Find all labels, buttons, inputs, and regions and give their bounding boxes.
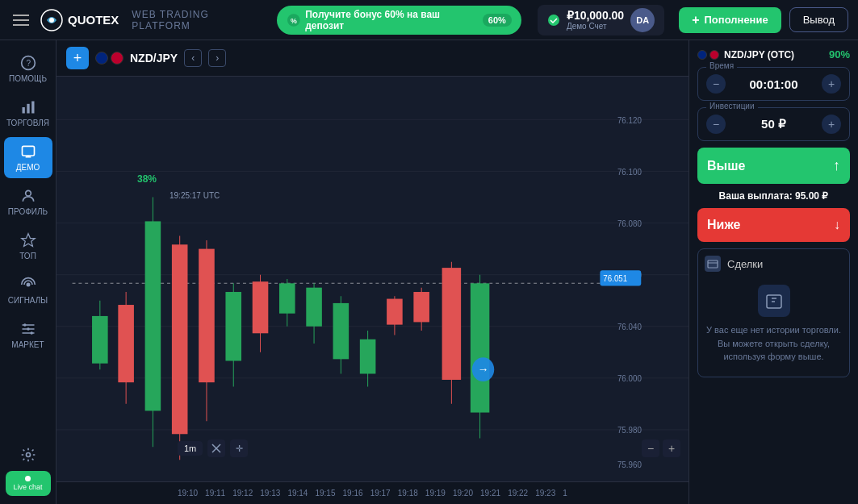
crosshair-tool-button[interactable]: ✛ (230, 439, 248, 457)
deals-section: Сделки У вас еще нет истории торговли. В… (697, 248, 850, 377)
svg-rect-60 (442, 268, 461, 380)
time-value: 00:01:00 (749, 77, 797, 91)
right-panel: NZD/JPY (OTC) 90% Время − 00:01:00 + Инв… (688, 40, 858, 504)
down-arrow-icon: ↓ (834, 218, 840, 232)
svg-rect-50 (306, 288, 322, 327)
svg-text:?: ? (26, 59, 31, 68)
chart-pair-name: NZD/JPY (130, 52, 178, 65)
svg-rect-42 (199, 249, 215, 383)
avatar[interactable]: DA (630, 8, 655, 32)
chart-prev-button[interactable]: ‹ (184, 49, 202, 67)
svg-text:76.000: 76.000 (617, 374, 642, 383)
settings-button[interactable] (19, 445, 38, 464)
timeframe-badge[interactable]: 1m (178, 441, 203, 456)
top-icon (20, 232, 36, 248)
trade-up-button[interactable]: Выше ↑ (697, 148, 850, 184)
zoom-in-button[interactable]: + (663, 439, 680, 457)
chart-body[interactable]: 38% 19:25:17 UTC 76.120 76.100 76.080 76… (57, 77, 688, 481)
help-icon: ? (20, 55, 36, 71)
svg-rect-56 (387, 299, 403, 325)
time-decrease-button[interactable]: − (706, 74, 726, 94)
draw-tool-button[interactable] (207, 439, 225, 457)
sidebar-item-trading[interactable]: ТОРГОВЛЯ (4, 93, 52, 134)
sidebar-item-market[interactable]: МАРКЕТ (4, 314, 52, 356)
pair-header-left: NZD/JPY (OTC) (697, 49, 794, 60)
chart-toolbar: 1m ✛ (178, 439, 248, 457)
invest-increase-button[interactable]: + (822, 115, 841, 134)
add-chart-button[interactable]: + (66, 47, 89, 69)
menu-button[interactable] (10, 11, 32, 29)
svg-text:76.100: 76.100 (617, 167, 642, 176)
svg-rect-36 (118, 305, 134, 382)
bonus-badge[interactable]: % Получите бонус 60% на ваш депозит 60% (277, 6, 521, 35)
deals-empty-icon (758, 285, 790, 317)
deals-header: Сделки (705, 256, 843, 272)
bonus-text: Получите бонус 60% на ваш депозит (305, 9, 478, 31)
trading-icon (20, 99, 36, 115)
invest-field-row: − 50 ₽ + (706, 115, 841, 134)
live-chat-button[interactable]: Live chat (6, 471, 51, 496)
sidebar-item-profile[interactable]: ПРОФИЛЬ (4, 181, 52, 223)
sidebar: ? ПОМОЩЬ ТОРГОВЛЯ ДЕМО (0, 40, 57, 504)
svg-rect-46 (253, 281, 269, 333)
svg-rect-44 (225, 292, 241, 360)
deposit-button[interactable]: + Пополнение (679, 7, 781, 33)
deals-icon (705, 256, 721, 272)
chart-header: + NZD/JPY ‹ › (57, 40, 688, 77)
sidebar-item-top[interactable]: ТОП (4, 226, 52, 267)
invest-field: Инвестиции − 50 ₽ + (697, 107, 850, 141)
signals-icon (20, 277, 36, 293)
time-increase-button[interactable]: + (822, 74, 841, 94)
svg-rect-8 (27, 104, 29, 114)
pair-name-right: NZD/JPY (OTC) (724, 49, 794, 60)
logo: QUOTEX (40, 9, 119, 31)
svg-rect-10 (22, 146, 34, 156)
logo-text: QUOTEX (68, 13, 119, 27)
chart-container: + NZD/JPY ‹ › 38% 19:25:17 UTC (57, 40, 688, 504)
chart-svg: 76.120 76.100 76.080 76.060 76.040 76.00… (57, 77, 688, 481)
main-layout: ? ПОМОЩЬ ТОРГОВЛЯ ДЕМО (0, 40, 858, 504)
svg-point-13 (23, 323, 26, 326)
svg-text:%: % (290, 16, 296, 24)
svg-text:76.040: 76.040 (617, 323, 642, 331)
flag-jpy-right (709, 50, 719, 60)
live-chat-dot (25, 476, 31, 481)
chart-next-button[interactable]: › (208, 49, 226, 67)
svg-point-11 (25, 190, 31, 196)
withdraw-button[interactable]: Вывод (789, 7, 848, 32)
profile-icon (20, 188, 36, 204)
topbar: QUOTEX WEB TRADING PLATFORM % Получите б… (0, 0, 858, 40)
balance-label: Демо Счет (567, 22, 624, 31)
svg-point-1 (49, 18, 54, 23)
sidebar-item-help[interactable]: ? ПОМОЩЬ (4, 48, 52, 90)
svg-rect-48 (279, 283, 295, 313)
svg-text:75.980: 75.980 (617, 426, 642, 435)
svg-rect-9 (31, 102, 34, 114)
up-arrow-icon: ↑ (833, 157, 840, 174)
flag-nzd-right (697, 50, 707, 60)
pair-flags-right (697, 50, 719, 60)
balance-area: ₽10,000.00 Демо Счет DA (538, 5, 664, 35)
invest-decrease-button[interactable]: − (706, 115, 726, 134)
svg-rect-69 (708, 260, 718, 268)
sidebar-item-demo[interactable]: ДЕМО (4, 137, 52, 178)
invest-value: 50 ₽ (761, 117, 786, 131)
sidebar-bottom: Live chat (6, 445, 51, 496)
pair-header: NZD/JPY (OTC) 90% (697, 48, 850, 60)
trade-down-button[interactable]: Ниже ↓ (697, 208, 850, 242)
svg-rect-58 (413, 292, 429, 322)
balance-amount: ₽10,000.00 (567, 9, 624, 22)
zoom-out-button[interactable]: − (642, 439, 659, 457)
chart-time: 19:25:17 UTC (170, 191, 220, 200)
market-icon (20, 321, 36, 337)
flag-jpy (111, 52, 123, 65)
pair-pct-right: 90% (829, 48, 850, 60)
svg-rect-52 (333, 303, 349, 359)
svg-point-15 (30, 331, 32, 334)
svg-rect-7 (22, 107, 24, 114)
svg-text:76.080: 76.080 (617, 219, 642, 227)
sidebar-item-signals[interactable]: СИГНАЛЫ (4, 270, 52, 311)
pair-flags (95, 52, 123, 65)
invest-field-label: Инвестиции (706, 102, 758, 110)
demo-icon (20, 144, 36, 160)
